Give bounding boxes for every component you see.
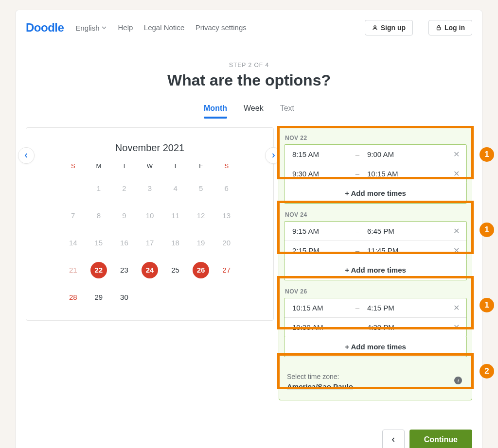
calendar-column: November 2021 SMTWTFS1234567891011121314… [26,127,274,400]
calendar-day[interactable]: 18 [167,235,184,251]
calendar-day[interactable]: 14 [65,235,81,251]
slot-end[interactable]: 11:45 PM [362,246,451,255]
slot-start[interactable]: 9:30 AM [289,170,353,178]
remove-slot-button[interactable]: ✕ [451,150,462,159]
calendar-day[interactable]: 12 [193,207,209,224]
calendar-day[interactable]: 30 [116,289,132,306]
add-more-times-button[interactable]: + Add more times [284,260,467,280]
dash-icon: – [353,323,362,331]
remove-slot-button[interactable]: ✕ [451,169,462,178]
slot-list: 10:15 AM–4:15 PM✕10:30 AM–4:30 PM✕ [284,298,467,337]
slot-start[interactable]: 9:15 AM [289,227,353,235]
add-more-times-button[interactable]: + Add more times [284,337,467,357]
dash-icon: – [353,227,362,235]
calendar-day[interactable]: 8 [90,207,107,224]
time-slot: 10:30 AM–4:30 PM✕ [285,317,466,337]
calendar-day[interactable]: 22 [90,262,107,278]
calendar-grid: SMTWTFS123456789101112131415161718192021… [60,162,239,306]
calendar-card: November 2021 SMTWTFS1234567891011121314… [26,127,274,321]
calendar-day[interactable]: 7 [65,207,81,224]
date-label: NOV 22 [285,135,466,141]
annotation-badge-1b: 1 [480,223,494,237]
view-tabs: Month Week Text [26,104,472,119]
remove-slot-button[interactable]: ✕ [451,323,462,332]
calendar-day[interactable]: 13 [218,207,235,224]
calendar-day[interactable]: 28 [65,289,81,306]
language-label: English [75,24,99,32]
calendar-dow: F [188,162,214,170]
calendar-day[interactable]: 15 [90,235,107,251]
remove-slot-button[interactable]: ✕ [451,226,462,236]
slot-end[interactable]: 4:15 PM [362,304,451,312]
tab-week[interactable]: Week [244,104,264,119]
dash-icon: – [353,150,362,158]
slot-end[interactable]: 6:45 PM [362,227,451,235]
dash-icon: – [353,170,362,178]
slot-start[interactable]: 10:15 AM [289,304,353,312]
info-icon[interactable]: i [454,377,462,384]
chevron-left-icon [24,153,29,158]
nav-legal[interactable]: Legal Notice [144,23,184,32]
remove-slot-button[interactable]: ✕ [451,303,462,312]
calendar-day[interactable]: 20 [218,235,235,251]
slot-start[interactable]: 10:30 AM [289,323,353,331]
add-more-times-button[interactable]: + Add more times [284,183,467,204]
calendar-day[interactable]: 23 [116,262,132,278]
remove-slot-button[interactable]: ✕ [451,246,462,255]
logo: Doodle [26,21,64,34]
timezone-value[interactable]: America/Sao Paulo [287,382,353,391]
calendar-day[interactable]: 3 [142,180,158,197]
calendar-day[interactable]: 1 [90,180,107,197]
login-label: Log in [445,24,465,32]
calendar-day[interactable]: 25 [167,262,184,278]
calendar-day[interactable]: 21 [65,262,81,278]
calendar-day[interactable]: 6 [218,180,235,197]
slot-start[interactable]: 2:15 PM [289,246,353,255]
date-block: NOV 249:15 AM–6:45 PM✕2:15 PM–11:45 PM✕+… [284,211,467,280]
slot-list: 8:15 AM–9:00 AM✕9:30 AM–10:15 AM✕ [284,144,467,184]
lock-icon [436,25,442,31]
slot-end[interactable]: 10:15 AM [362,170,451,178]
tab-text[interactable]: Text [280,104,294,119]
slot-end[interactable]: 9:00 AM [362,150,451,158]
calendar-day[interactable]: 4 [167,180,184,197]
slot-start[interactable]: 8:15 AM [289,150,353,158]
app-card: Doodle English Help Legal Notice Privacy… [16,10,482,448]
svg-point-0 [374,26,375,28]
main-content: November 2021 SMTWTFS1234567891011121314… [26,127,472,400]
calendar-day[interactable]: 27 [218,262,235,278]
calendar-day[interactable]: 9 [116,207,132,224]
calendar-day[interactable]: 2 [116,180,132,197]
calendar-prev-button[interactable] [18,147,35,164]
time-slot: 9:15 AM–6:45 PM✕ [285,222,466,241]
top-nav: Help Legal Notice Privacy settings [118,23,255,32]
login-button[interactable]: Log in [428,20,472,35]
calendar-day[interactable]: 5 [193,180,209,197]
calendar-day[interactable]: 26 [193,262,209,278]
calendar-dow: T [162,162,188,170]
nav-help[interactable]: Help [118,23,133,32]
calendar-day[interactable]: 29 [90,289,107,306]
calendar-day[interactable]: 17 [142,235,158,251]
calendar-day[interactable]: 11 [167,207,184,224]
continue-button[interactable]: Continue [409,430,472,448]
calendar-dow: S [213,162,239,170]
calendar-day[interactable]: 24 [142,262,158,278]
nav-privacy[interactable]: Privacy settings [196,23,247,32]
step-label: STEP 2 OF 4 [26,62,472,69]
calendar-day[interactable]: 19 [193,235,209,251]
language-selector[interactable]: English [75,24,106,32]
calendar-day[interactable]: 16 [116,235,132,251]
calendar-day[interactable]: 10 [142,207,158,224]
slot-end[interactable]: 4:30 PM [362,323,451,331]
signup-button[interactable]: Sign up [365,20,413,35]
chevron-left-icon [391,437,396,443]
svg-rect-1 [437,27,441,30]
chevron-right-icon [271,153,276,158]
date-block: NOV 2610:15 AM–4:15 PM✕10:30 AM–4:30 PM✕… [284,288,467,357]
time-slot: 8:15 AM–9:00 AM✕ [285,145,466,164]
tab-month[interactable]: Month [204,104,227,119]
back-button[interactable] [382,430,405,448]
chevron-down-icon [102,25,107,30]
date-block: NOV 228:15 AM–9:00 AM✕9:30 AM–10:15 AM✕+… [284,135,467,204]
